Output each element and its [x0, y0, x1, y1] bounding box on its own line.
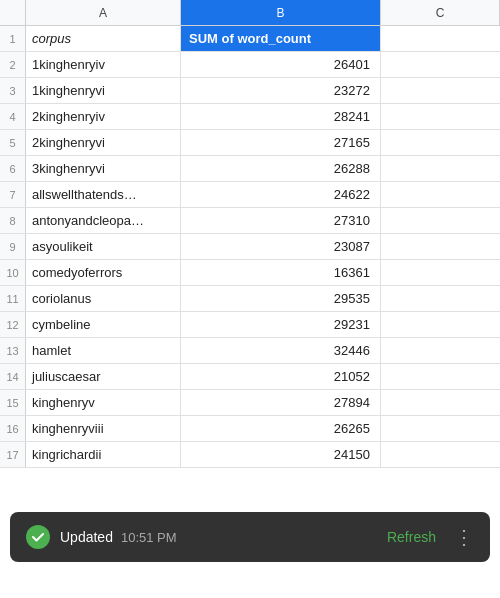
table-row: 16 kinghenryviii 26265 [0, 416, 500, 442]
cell-c [381, 364, 500, 389]
cell-corpus[interactable]: kinghenryv [26, 390, 181, 415]
table-row: 3 1kinghenryvi 23272 [0, 78, 500, 104]
cell-a1[interactable]: corpus [26, 26, 181, 51]
header-corner [0, 0, 26, 25]
row-number: 5 [0, 130, 26, 155]
table-row: 14 juliuscaesar 21052 [0, 364, 500, 390]
row-number: 15 [0, 390, 26, 415]
cell-corpus[interactable]: coriolanus [26, 286, 181, 311]
spreadsheet: A B C 1 corpus SUM of word_count 2 1king… [0, 0, 500, 598]
column-headers: A B C [0, 0, 500, 26]
cell-c1 [381, 26, 500, 51]
cell-corpus[interactable]: asyoulikeit [26, 234, 181, 259]
row-number: 9 [0, 234, 26, 259]
cell-c [381, 390, 500, 415]
table-row: 2 1kinghenryiv 26401 [0, 52, 500, 78]
table-row: 6 3kinghenryvi 26288 [0, 156, 500, 182]
cell-corpus[interactable]: allswellthatends… [26, 182, 181, 207]
cell-corpus[interactable]: comedyoferrors [26, 260, 181, 285]
cell-corpus[interactable]: 3kinghenryvi [26, 156, 181, 181]
row-number: 12 [0, 312, 26, 337]
toast-time: 10:51 PM [121, 530, 177, 545]
cell-wordcount[interactable]: 32446 [181, 338, 381, 363]
cell-c [381, 286, 500, 311]
cell-b1[interactable]: SUM of word_count [181, 26, 381, 51]
cell-wordcount[interactable]: 27894 [181, 390, 381, 415]
cell-c [381, 312, 500, 337]
cell-wordcount[interactable]: 23272 [181, 78, 381, 103]
peek-cell-b: 24150 [181, 442, 381, 467]
cell-c [381, 182, 500, 207]
col-header-c: C [381, 0, 500, 25]
toast-notification: Updated 10:51 PM Refresh ⋮ [10, 512, 490, 562]
cell-corpus[interactable]: kinghenryviii [26, 416, 181, 441]
cell-c [381, 52, 500, 77]
row-number: 16 [0, 416, 26, 441]
row-number: 13 [0, 338, 26, 363]
cell-corpus[interactable]: 2kinghenryvi [26, 130, 181, 155]
row-number: 7 [0, 182, 26, 207]
cell-wordcount[interactable]: 27310 [181, 208, 381, 233]
cell-c [381, 104, 500, 129]
table-row: 11 coriolanus 29535 [0, 286, 500, 312]
cell-wordcount[interactable]: 23087 [181, 234, 381, 259]
table-row: 15 kinghenryv 27894 [0, 390, 500, 416]
data-header-row: 1 corpus SUM of word_count [0, 26, 500, 52]
col-header-a: A [26, 0, 181, 25]
toast-check-icon [26, 525, 50, 549]
table-row: 10 comedyoferrors 16361 [0, 260, 500, 286]
cell-wordcount[interactable]: 26401 [181, 52, 381, 77]
cell-wordcount[interactable]: 16361 [181, 260, 381, 285]
cell-c [381, 208, 500, 233]
cell-wordcount[interactable]: 28241 [181, 104, 381, 129]
col-header-b: B [181, 0, 381, 25]
cell-c [381, 130, 500, 155]
cell-c [381, 156, 500, 181]
toast-text: Updated 10:51 PM [60, 529, 369, 545]
row-number: 14 [0, 364, 26, 389]
row-number: 4 [0, 104, 26, 129]
peek-row: 17 kingrichardii 24150 [0, 442, 500, 468]
cell-wordcount[interactable]: 29535 [181, 286, 381, 311]
table-row: 7 allswellthatends… 24622 [0, 182, 500, 208]
cell-c [381, 78, 500, 103]
cell-corpus[interactable]: antonyandcleopa… [26, 208, 181, 233]
cell-wordcount[interactable]: 26288 [181, 156, 381, 181]
table-row: 12 cymbeline 29231 [0, 312, 500, 338]
toast-refresh-button[interactable]: Refresh [387, 529, 436, 545]
cell-c [381, 260, 500, 285]
table-row: 5 2kinghenryvi 27165 [0, 130, 500, 156]
row-number: 10 [0, 260, 26, 285]
cell-corpus[interactable]: 1kinghenryvi [26, 78, 181, 103]
row-number: 11 [0, 286, 26, 311]
table-row: 8 antonyandcleopa… 27310 [0, 208, 500, 234]
cell-c [381, 416, 500, 441]
cell-corpus[interactable]: juliuscaesar [26, 364, 181, 389]
table-row: 13 hamlet 32446 [0, 338, 500, 364]
cell-c [381, 338, 500, 363]
row-num: 1 [0, 26, 26, 51]
table-row: 9 asyoulikeit 23087 [0, 234, 500, 260]
table-body: 2 1kinghenryiv 26401 3 1kinghenryvi 2327… [0, 52, 500, 442]
cell-corpus[interactable]: cymbeline [26, 312, 181, 337]
row-number: 3 [0, 78, 26, 103]
peek-cell-c [381, 442, 500, 467]
row-number: 8 [0, 208, 26, 233]
cell-wordcount[interactable]: 27165 [181, 130, 381, 155]
row-number: 2 [0, 52, 26, 77]
cell-wordcount[interactable]: 24622 [181, 182, 381, 207]
cell-wordcount[interactable]: 29231 [181, 312, 381, 337]
cell-corpus[interactable]: 2kinghenryiv [26, 104, 181, 129]
cell-c [381, 234, 500, 259]
table-row: 4 2kinghenryiv 28241 [0, 104, 500, 130]
peek-cell-a: kingrichardii [26, 442, 181, 467]
row-number: 6 [0, 156, 26, 181]
peek-row-num: 17 [0, 442, 26, 467]
toast-status: Updated [60, 529, 113, 545]
toast-more-button[interactable]: ⋮ [454, 525, 474, 549]
cell-corpus[interactable]: hamlet [26, 338, 181, 363]
cell-wordcount[interactable]: 26265 [181, 416, 381, 441]
cell-wordcount[interactable]: 21052 [181, 364, 381, 389]
cell-corpus[interactable]: 1kinghenryiv [26, 52, 181, 77]
